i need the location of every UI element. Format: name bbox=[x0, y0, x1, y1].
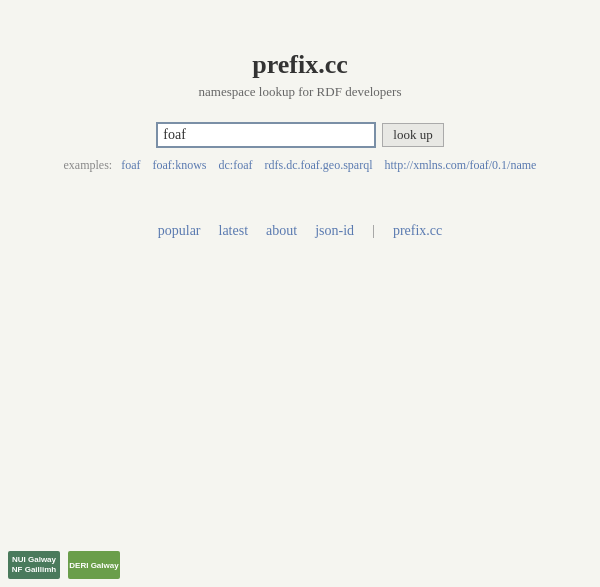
example-link-rdfs[interactable]: rdfs.dc.foaf.geo.sparql bbox=[265, 158, 373, 172]
search-input[interactable] bbox=[156, 122, 376, 148]
example-link-foaf-knows[interactable]: foaf:knows bbox=[153, 158, 207, 172]
lookup-button[interactable]: look up bbox=[382, 123, 443, 147]
examples-line: examples: foaf foaf:knows dc:foaf rdfs.d… bbox=[64, 158, 537, 173]
examples-label: examples: bbox=[64, 158, 113, 172]
nav-separator: | bbox=[372, 223, 375, 239]
footer-logos: NUI GalwayNF Gaillimh DERI Galway bbox=[8, 551, 120, 579]
nav-link-about[interactable]: about bbox=[266, 223, 297, 239]
site-title: prefix.cc bbox=[252, 50, 348, 80]
nav-link-popular[interactable]: popular bbox=[158, 223, 201, 239]
site-subtitle: namespace lookup for RDF developers bbox=[199, 84, 402, 100]
example-link-dc-foaf[interactable]: dc:foaf bbox=[219, 158, 253, 172]
example-link-foaf[interactable]: foaf bbox=[121, 158, 140, 172]
search-form: look up bbox=[156, 122, 443, 148]
logo-nui-galway: NUI GalwayNF Gaillimh bbox=[8, 551, 60, 579]
nav-links: popular latest about json-id | prefix.cc bbox=[158, 223, 442, 239]
nav-link-json-id[interactable]: json-id bbox=[315, 223, 354, 239]
example-link-xmlns[interactable]: http://xmlns.com/foaf/0.1/name bbox=[384, 158, 536, 172]
page-wrapper: prefix.cc namespace lookup for RDF devel… bbox=[0, 0, 600, 239]
logo-deri-galway: DERI Galway bbox=[68, 551, 120, 579]
nav-link-brand[interactable]: prefix.cc bbox=[393, 223, 442, 239]
nav-link-latest[interactable]: latest bbox=[219, 223, 249, 239]
